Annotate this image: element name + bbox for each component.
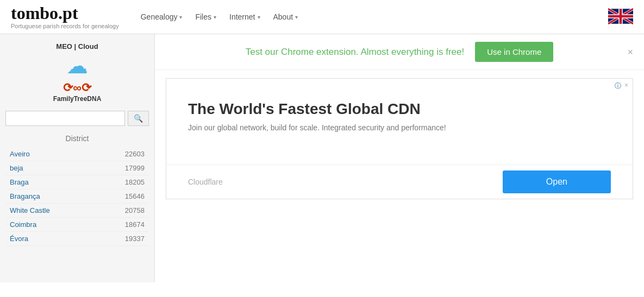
- nav-about[interactable]: About ▾: [268, 8, 304, 26]
- district-link-braganca[interactable]: Bragança: [10, 192, 40, 200]
- family-tree-dna-logo: ⟳∞⟳ FamilyTreeDNA: [53, 81, 102, 103]
- meo-cloud-logo: MEO | Cloud: [56, 42, 98, 50]
- district-count: 18205: [125, 178, 145, 186]
- ad-footer: Cloudflare Open: [166, 165, 633, 199]
- district-link-evora[interactable]: Évora: [10, 235, 28, 243]
- chrome-banner-text: Test our Chrome extension. Almost everyt…: [246, 47, 465, 58]
- district-link-white-castle[interactable]: White Castle: [10, 206, 50, 214]
- main-content: Test our Chrome extension. Almost everyt…: [155, 34, 644, 282]
- chrome-banner: Test our Chrome extension. Almost everyt…: [155, 34, 644, 70]
- use-in-chrome-button[interactable]: Use in Chrome: [475, 42, 553, 62]
- list-item: Aveiro 22603: [5, 147, 149, 161]
- district-link-aveiro[interactable]: Aveiro: [10, 150, 30, 158]
- list-item: White Castle 20758: [5, 204, 149, 218]
- district-count: 19337: [125, 235, 145, 243]
- list-item: beja 17999: [5, 161, 149, 175]
- nav-internet[interactable]: Internet ▾: [224, 8, 265, 26]
- header: tombo.pt Portuguese parish records for g…: [0, 0, 644, 34]
- sidebar: MEO | Cloud ☁ ⟳∞⟳ FamilyTreeDNA 🔍 Distri…: [0, 34, 155, 282]
- search-input[interactable]: [5, 111, 125, 126]
- list-item: Coimbra 18674: [5, 218, 149, 232]
- district-count: 20758: [125, 206, 145, 214]
- logo-area: tombo.pt Portuguese parish records for g…: [11, 4, 119, 29]
- search-button[interactable]: 🔍: [128, 111, 149, 126]
- list-item: Braga 18205: [5, 175, 149, 189]
- district-count: 15646: [125, 192, 145, 200]
- ad-inner: The World's Fastest Global CDN Join our …: [166, 79, 633, 165]
- ad-subtext: Join our global network, build for scale…: [188, 123, 611, 132]
- ad-open-button[interactable]: Open: [503, 170, 611, 193]
- district-count: 17999: [125, 164, 145, 172]
- district-count: 22603: [125, 150, 145, 158]
- district-link-beja[interactable]: beja: [10, 164, 23, 172]
- logo[interactable]: tombo.pt: [11, 4, 119, 22]
- chevron-down-icon: ▾: [214, 14, 216, 20]
- cloud-icon: ☁: [66, 55, 88, 77]
- nav-files[interactable]: Files ▾: [190, 8, 222, 26]
- ad-headline: The World's Fastest Global CDN: [188, 100, 611, 118]
- nav-genealogy[interactable]: Genealogy ▾: [135, 8, 188, 26]
- meo-cloud-label: MEO | Cloud: [56, 42, 98, 50]
- search-row: 🔍: [5, 111, 149, 126]
- list-item: Bragança 15646: [5, 189, 149, 204]
- ad-brand: Cloudflare: [188, 178, 223, 186]
- list-item: Évora 19337: [5, 232, 149, 246]
- district-link-coimbra[interactable]: Coimbra: [10, 220, 36, 229]
- main-nav: Genealogy ▾ Files ▾ Internet ▾ About ▾: [135, 8, 608, 26]
- family-tree-dna-label: FamilyTreeDNA: [53, 95, 102, 103]
- chevron-down-icon: ▾: [179, 14, 182, 20]
- district-count: 18674: [125, 220, 145, 229]
- ad-info-icon[interactable]: ⓘ: [615, 81, 621, 91]
- chevron-down-icon: ▾: [295, 14, 298, 20]
- district-heading: District: [5, 134, 149, 143]
- ad-container: ⓘ × The World's Fastest Global CDN Join …: [166, 78, 633, 199]
- ad-controls: ⓘ ×: [615, 81, 628, 91]
- sidebar-logos: MEO | Cloud ☁ ⟳∞⟳ FamilyTreeDNA: [5, 42, 149, 103]
- ad-close-icon[interactable]: ×: [624, 81, 628, 91]
- main-layout: MEO | Cloud ☁ ⟳∞⟳ FamilyTreeDNA 🔍 Distri…: [0, 34, 644, 282]
- district-list: Aveiro 22603 beja 17999 Braga 18205 Brag…: [5, 147, 149, 246]
- uk-flag-icon[interactable]: [608, 8, 633, 26]
- district-link-braga[interactable]: Braga: [10, 178, 29, 186]
- chevron-down-icon: ▾: [258, 14, 260, 20]
- dna-helix-icon: ⟳∞⟳: [63, 81, 91, 95]
- banner-close-button[interactable]: ×: [627, 46, 633, 58]
- logo-subtitle: Portuguese parish records for genealogy: [11, 23, 119, 29]
